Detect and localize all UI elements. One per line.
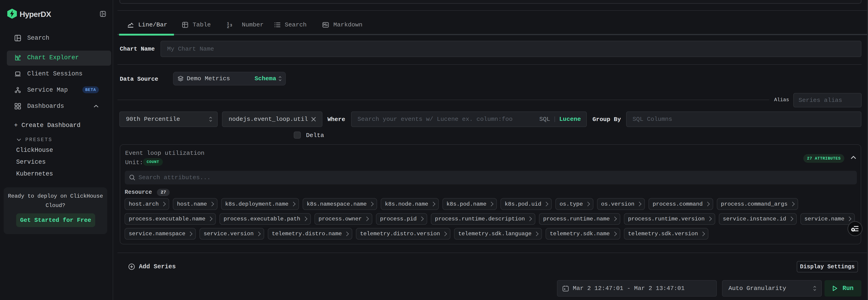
svg-text:3: 3: [230, 23, 232, 28]
svg-text:2: 2: [227, 25, 229, 28]
